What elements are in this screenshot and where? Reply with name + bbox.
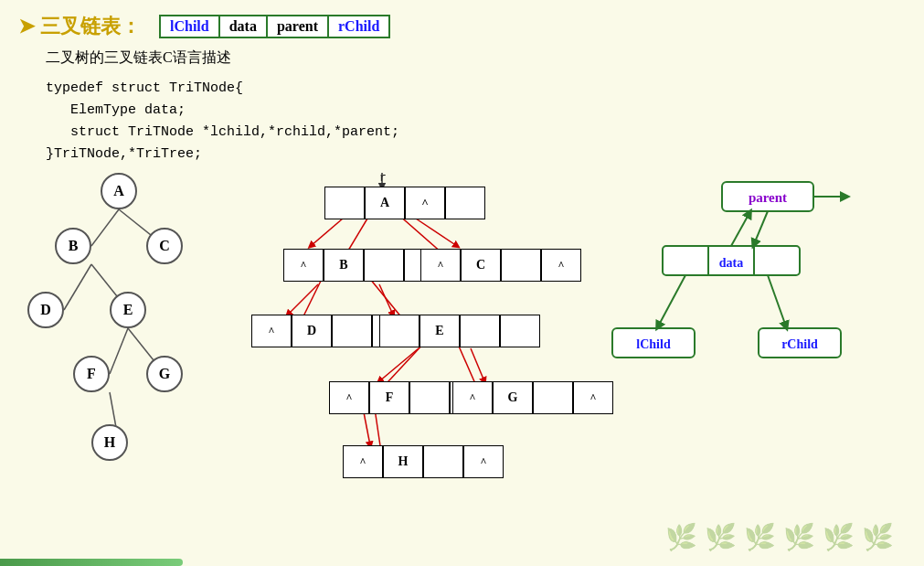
- tree-node-C: C: [146, 228, 183, 264]
- ll-G-data: G: [493, 381, 533, 414]
- middle-diagram: r: [238, 173, 567, 539]
- bottom-bar: [0, 559, 183, 566]
- tree-node-G: G: [146, 356, 183, 392]
- ll-F-parent: [409, 381, 450, 414]
- tree-node-A: A: [101, 173, 137, 209]
- header-title: ➤ 三叉链表：: [18, 13, 141, 40]
- ll-F-data: F: [369, 381, 409, 414]
- field-rchild: rChild: [329, 16, 388, 37]
- left-tree-diagram: A B C D E F G H: [18, 173, 210, 520]
- title-text: 三叉链表：: [40, 13, 141, 40]
- svg-line-4: [110, 328, 128, 374]
- svg-line-14: [364, 412, 370, 445]
- ll-E-parent: [460, 315, 500, 347]
- arrow-icon: ➤: [18, 15, 35, 38]
- ll-E-rchild: [500, 315, 540, 347]
- ll-D-data: D: [292, 315, 332, 347]
- ll-A-parent: ^: [405, 187, 445, 219]
- header-row: ➤ 三叉链表： lChild data parent rChild: [18, 13, 906, 40]
- ll-H-rchild: ^: [463, 445, 504, 478]
- tree-node-D: D: [27, 292, 64, 328]
- ll-H-data: H: [383, 445, 423, 478]
- ll-E-lchild: [379, 315, 420, 347]
- tree-node-E: E: [110, 292, 146, 328]
- code-line-3: struct TriTNode *lchild,*rchild,*parent;: [46, 122, 906, 144]
- ll-row-E: E: [379, 315, 540, 347]
- svg-line-0: [91, 209, 119, 246]
- code-block: typedef struct TriTNode{ ElemType data; …: [46, 78, 906, 166]
- subtitle-text: 二叉树的三叉链表C语言描述: [46, 49, 231, 65]
- ll-B-parent: [364, 249, 404, 282]
- ll-row-C: ^ C ^: [420, 249, 581, 282]
- ll-C-data: C: [461, 249, 501, 282]
- ll-A-data: A: [365, 187, 405, 219]
- ll-B-lchild: ^: [283, 249, 324, 282]
- ll-A-lchild: [324, 187, 365, 219]
- ll-C-rchild: ^: [541, 249, 581, 282]
- svg-line-35: [768, 275, 786, 326]
- ll-row-H: ^ H ^: [343, 445, 504, 478]
- ll-H-parent: [423, 445, 463, 478]
- r-label: r: [379, 171, 387, 185]
- svg-line-11: [379, 284, 393, 315]
- ll-row-A: A ^: [324, 187, 485, 219]
- code-line-2: ElemType data;: [46, 100, 906, 122]
- right-diagram-svg: parent data lChild rChild: [603, 173, 859, 465]
- svg-line-12: [379, 348, 419, 381]
- svg-line-2: [64, 264, 91, 310]
- main-content: A B C D E F G H r: [18, 173, 906, 539]
- svg-line-9: [416, 219, 457, 246]
- ll-D-lchild: ^: [251, 315, 292, 347]
- tree-svg: [18, 173, 210, 520]
- tree-node-F: F: [73, 356, 110, 392]
- right-diagram: parent data lChild rChild: [603, 173, 859, 465]
- svg-line-8: [311, 219, 343, 246]
- ll-A-rchild: [445, 187, 485, 219]
- decorative-plants: 🌿🌿🌿🌿🌿🌿: [665, 522, 901, 552]
- field-parent: parent: [268, 16, 329, 37]
- svg-line-13: [471, 348, 484, 381]
- ll-row-G: ^ G ^: [452, 381, 613, 414]
- svg-text:parent: parent: [749, 190, 787, 205]
- ll-G-lchild: ^: [452, 381, 493, 414]
- code-line-4: }TriTNode,*TriTree;: [46, 144, 906, 166]
- ll-C-lchild: ^: [420, 249, 461, 282]
- svg-line-10: [288, 284, 318, 315]
- svg-text:lChild: lChild: [636, 337, 671, 351]
- ll-H-lchild: ^: [343, 445, 383, 478]
- svg-line-32: [754, 211, 768, 244]
- ll-E-data: E: [420, 315, 460, 347]
- ll-C-parent: [501, 249, 541, 282]
- tree-node-H: H: [91, 424, 128, 461]
- ll-F-lchild: ^: [329, 381, 369, 414]
- svg-line-33: [731, 213, 749, 246]
- tree-node-B: B: [55, 228, 91, 264]
- field-data: data: [220, 16, 268, 37]
- ll-D-parent: [332, 315, 372, 347]
- svg-text:data: data: [719, 256, 743, 270]
- field-lchild: lChild: [161, 16, 220, 37]
- code-line-1: typedef struct TriTNode{: [46, 78, 906, 100]
- svg-text:rChild: rChild: [781, 337, 818, 351]
- slide: ➤ 三叉链表： lChild data parent rChild 二叉树的三叉…: [0, 0, 924, 566]
- ll-arrows-svg: [238, 173, 567, 539]
- ll-B-data: B: [324, 249, 364, 282]
- field-box: lChild data parent rChild: [159, 15, 390, 38]
- subtitle-block: 二叉树的三叉链表C语言描述: [46, 46, 906, 70]
- svg-line-34: [658, 275, 685, 326]
- ll-G-parent: [533, 381, 573, 414]
